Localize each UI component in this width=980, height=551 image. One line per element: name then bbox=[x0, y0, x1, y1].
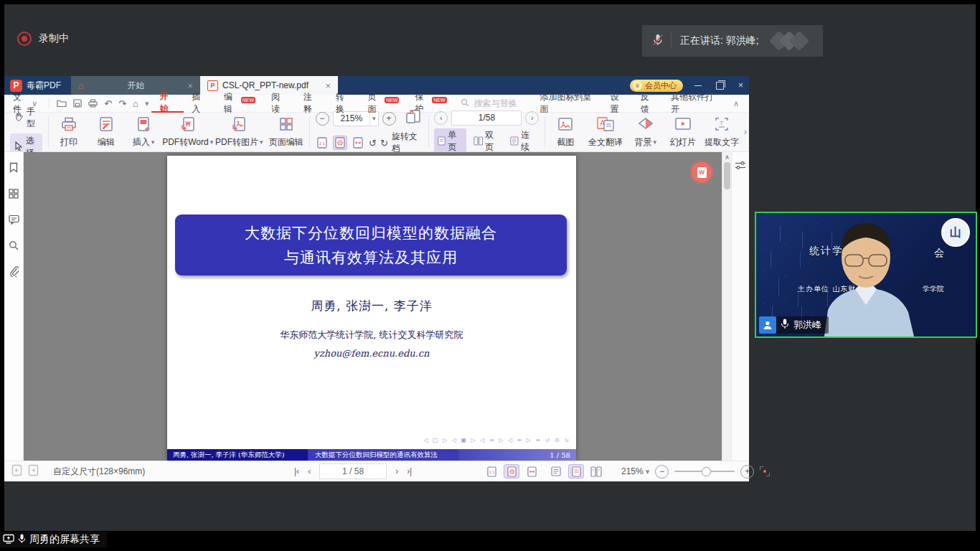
extract-text-button[interactable]: T 提取文字 bbox=[702, 113, 742, 151]
fit-width-button[interactable] bbox=[351, 136, 365, 150]
participant-name: 郭洪峰 bbox=[793, 319, 821, 331]
edit-button[interactable]: 编辑 bbox=[88, 113, 125, 151]
rotate-left-icon[interactable]: ↺ bbox=[369, 138, 377, 149]
undo-icon[interactable]: ↶ bbox=[104, 98, 112, 109]
toolbar: 手型 选择 打印 编辑 插入▾ PDF转Word▾ PDF转图片▾ bbox=[4, 113, 749, 152]
rotate-right-icon[interactable]: ↻ bbox=[380, 138, 388, 149]
print-icon[interactable] bbox=[88, 99, 98, 108]
meeting-app-logo bbox=[769, 30, 811, 52]
settings-menu[interactable]: 设置 bbox=[611, 91, 626, 116]
next-page-button[interactable]: › bbox=[525, 111, 539, 125]
zoom-level-dropdown[interactable]: 215% ▾ bbox=[621, 466, 649, 476]
minimize-button[interactable] bbox=[694, 85, 702, 86]
zoom-in-button[interactable]: + bbox=[740, 465, 754, 479]
fit-width-button[interactable] bbox=[524, 464, 540, 479]
tab-home[interactable]: ⌂ 开始 × bbox=[71, 76, 200, 95]
previous-page-button[interactable]: ‹ bbox=[308, 466, 311, 476]
pdf-to-image-button[interactable]: PDF转图片▾ bbox=[213, 113, 265, 151]
webcam-video-tile[interactable]: 统计学科高 会 主办单位 山东财 学学院 山 郭洪峰 bbox=[755, 212, 977, 338]
next-view-icon[interactable] bbox=[28, 464, 39, 479]
vip-center-button[interactable]: ♛ 会员中心 bbox=[630, 80, 683, 92]
cursor-icon bbox=[14, 141, 23, 153]
menu-item-annotate[interactable]: 注释 bbox=[296, 95, 328, 112]
previous-view-icon[interactable] bbox=[11, 464, 22, 479]
add-desktop-shortcut[interactable]: 添加图标到桌面 bbox=[540, 91, 596, 116]
menu-item-page[interactable]: 页面NEW bbox=[359, 95, 407, 112]
pdf-page: 大数据下分位数回归模型的数据融合 与通讯有效算法及其应用 周勇, 张澍一, 李子… bbox=[167, 156, 576, 461]
first-page-button[interactable]: |‹ bbox=[294, 466, 299, 476]
single-page-mode-button[interactable]: 单页 bbox=[434, 128, 466, 154]
bookmarks-panel-icon[interactable] bbox=[9, 162, 19, 173]
background-button[interactable]: 背景▾ bbox=[627, 113, 664, 151]
rotate-doc-label[interactable]: 旋转文档 bbox=[392, 131, 423, 155]
page-indicator-field[interactable]: 1/58 bbox=[451, 110, 522, 126]
translate-button[interactable]: A 全文翻译 bbox=[584, 113, 627, 151]
actual-size-button[interactable]: 1:1 bbox=[316, 136, 330, 150]
zoom-slider[interactable] bbox=[674, 471, 735, 472]
recording-label: 录制中 bbox=[39, 32, 69, 45]
menu-item-read[interactable]: 阅读 bbox=[263, 95, 296, 112]
menu-item-edit[interactable]: 编辑NEW bbox=[216, 95, 263, 112]
extract-text-icon: T bbox=[713, 116, 730, 134]
vertical-scrollbar[interactable]: ∧ bbox=[722, 152, 732, 461]
insert-doc-icon bbox=[136, 116, 151, 134]
search-input[interactable] bbox=[473, 98, 540, 109]
comments-panel-icon[interactable] bbox=[9, 215, 19, 225]
fit-page-button[interactable] bbox=[333, 136, 347, 150]
zoom-in-button[interactable]: + bbox=[382, 112, 396, 126]
attachments-panel-icon[interactable] bbox=[9, 266, 19, 277]
rotate-pages-icon[interactable] bbox=[404, 109, 423, 128]
search-panel-icon[interactable] bbox=[9, 240, 19, 250]
reading-settings-icon[interactable] bbox=[735, 161, 746, 461]
double-page-mode-button[interactable] bbox=[588, 464, 604, 479]
slide-email: yzhou@fem.ecnu.edu.cn bbox=[167, 348, 576, 359]
single-page-mode-button[interactable] bbox=[568, 464, 584, 479]
toolbar-expand-icon[interactable]: › bbox=[742, 113, 749, 151]
pdf-to-word-button[interactable]: PDF转Word▾ bbox=[162, 113, 214, 151]
next-page-button[interactable]: › bbox=[395, 466, 398, 476]
right-tool-strip bbox=[731, 152, 749, 461]
close-button[interactable]: × bbox=[738, 80, 743, 90]
page-edit-button[interactable]: 页面编辑 bbox=[265, 113, 308, 151]
open-with-other[interactable]: 其他软件打开 bbox=[671, 91, 719, 116]
continuous-mode-button[interactable] bbox=[548, 464, 564, 479]
thumbnails-panel-icon[interactable] bbox=[9, 189, 19, 199]
pdf-to-word-floating-button[interactable]: W bbox=[692, 162, 712, 182]
slideshow-button[interactable]: 幻灯片 bbox=[664, 113, 702, 151]
previous-page-button[interactable]: ‹ bbox=[434, 111, 448, 125]
statusbar: 自定义尺寸(128×96mm) |‹ ‹ 1 / 58 › ›| 1:1 215… bbox=[4, 461, 749, 481]
new-badge: NEW bbox=[385, 97, 399, 103]
menu-item-start[interactable]: 开始 bbox=[151, 94, 184, 113]
save-icon[interactable] bbox=[73, 99, 82, 108]
fullscreen-icon[interactable] bbox=[760, 466, 770, 476]
home-view-icon[interactable]: ⌂ bbox=[133, 98, 138, 109]
microphone-icon bbox=[781, 319, 789, 332]
search-box[interactable] bbox=[461, 98, 540, 109]
last-page-button[interactable]: ›| bbox=[407, 466, 412, 476]
slide-affiliation: 华东师范大学统计学院, 统计交叉科学研究院 bbox=[167, 329, 576, 342]
insert-button[interactable]: 插入▾ bbox=[125, 113, 162, 151]
double-page-mode-button[interactable]: 双页 bbox=[470, 128, 504, 154]
tab-close-icon[interactable]: × bbox=[187, 80, 193, 91]
scrollbar-thumb[interactable] bbox=[724, 162, 730, 189]
menu-item-insert[interactable]: 插入 bbox=[184, 95, 216, 112]
menu-item-convert[interactable]: 转换 bbox=[328, 95, 360, 112]
print-button[interactable]: 打印 bbox=[50, 113, 88, 151]
tab-document-label: CSL-QR_PPT-new.pdf bbox=[222, 80, 308, 90]
collapse-ribbon-icon[interactable]: ∧ bbox=[733, 99, 739, 108]
continuous-mode-button[interactable]: 连续 bbox=[507, 128, 539, 154]
redo-icon[interactable]: ↷ bbox=[118, 98, 126, 109]
tab-close-icon[interactable]: × bbox=[325, 80, 331, 91]
zoom-slider-knob[interactable] bbox=[702, 467, 711, 476]
hand-tool-button[interactable]: 手型 bbox=[10, 104, 42, 131]
share-mic-icon bbox=[18, 534, 26, 546]
feedback-menu[interactable]: 反馈 bbox=[641, 91, 656, 116]
quickbar-dropdown-icon[interactable]: ▾ bbox=[145, 99, 149, 108]
restore-button[interactable] bbox=[716, 82, 724, 90]
zoom-out-button[interactable]: − bbox=[655, 465, 669, 479]
open-file-icon[interactable] bbox=[57, 99, 67, 108]
actual-size-button[interactable]: 1:1 bbox=[484, 464, 499, 479]
page-number-field[interactable]: 1 / 58 bbox=[319, 463, 387, 479]
fit-page-button[interactable] bbox=[504, 464, 519, 479]
screenshot-button[interactable]: 截图 bbox=[547, 113, 584, 151]
